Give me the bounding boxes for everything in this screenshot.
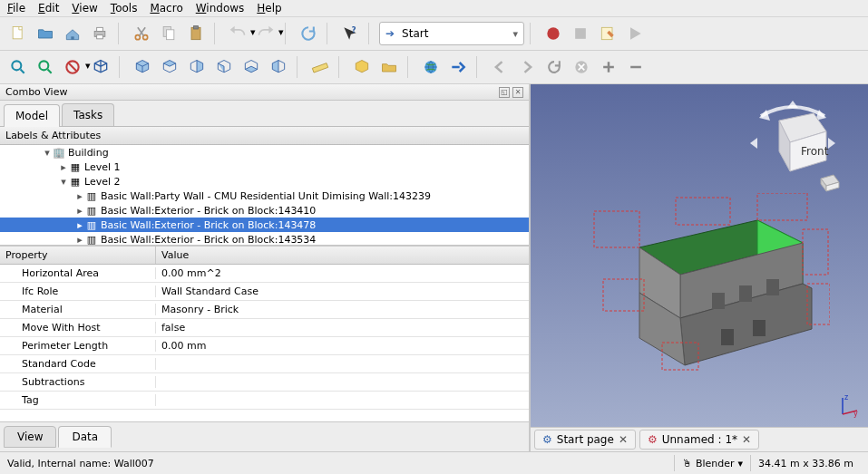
menu-macro[interactable]: Macro (150, 2, 182, 15)
draw-style-icon[interactable] (60, 54, 85, 80)
web-icon[interactable] (418, 54, 444, 80)
panel-float-icon[interactable]: ◱ (499, 87, 510, 98)
property-list[interactable]: Horizontal Area0.00 mm^2 Ifc RoleWall St… (0, 265, 529, 421)
undo-dropdown[interactable]: ▾ (250, 26, 251, 41)
prop-row[interactable]: MaterialMasonry - Brick (0, 301, 529, 319)
gear-icon: ⚙ (542, 433, 552, 446)
close-tab-icon[interactable]: ✕ (619, 433, 628, 446)
close-tab-icon[interactable]: ✕ (742, 433, 751, 446)
run-macro-icon[interactable] (622, 21, 648, 46)
save-icon[interactable] (60, 21, 85, 46)
prop-row[interactable]: Perimeter Length0.00 mm (0, 337, 529, 355)
navcube-face-label: Front (801, 145, 829, 158)
right-view-icon[interactable] (184, 54, 210, 80)
paste-icon[interactable] (183, 21, 209, 46)
svg-text:?: ? (352, 25, 356, 34)
svg-rect-10 (194, 26, 199, 29)
menu-tools[interactable]: Tools (111, 2, 138, 15)
property-header-name: Property (0, 247, 156, 264)
tree-view[interactable]: ▾🏢Building ▸▦Level 1 ▾▦Level 2 ▸▥Basic W… (0, 145, 529, 247)
new-file-icon[interactable] (5, 21, 31, 46)
navigation-cube[interactable]: Front (743, 93, 843, 193)
nav-back-icon[interactable] (487, 54, 512, 80)
zoom-selection-icon[interactable] (33, 54, 58, 80)
tree-level1[interactable]: ▸▦Level 1 (0, 160, 529, 174)
tree-wall-2[interactable]: ▸▥Basic Wall:Exterior - Brick on Block:1… (0, 203, 529, 218)
tree-wall-4[interactable]: ▸▥Basic Wall:Exterior - Brick on Block:1… (0, 232, 529, 247)
prop-row[interactable]: Subtractions (0, 373, 529, 392)
rear-view-icon[interactable] (211, 54, 237, 80)
go-icon[interactable] (445, 54, 471, 80)
combo-view-title: Combo View (5, 86, 67, 98)
prop-row[interactable]: Tag (0, 392, 529, 410)
tree-building[interactable]: ▾🏢Building (0, 145, 529, 160)
menu-edit[interactable]: Edit (38, 2, 59, 15)
toolbar-view: ▾ (0, 51, 868, 84)
3d-viewport[interactable]: Front z y (531, 84, 868, 427)
doc-tab-unnamed[interactable]: ⚙ Unnamed : 1* ✕ (639, 430, 759, 450)
nav-stop-icon[interactable] (569, 54, 594, 80)
edit-macro-icon[interactable] (595, 21, 620, 46)
tree-wall-1[interactable]: ▸▥Basic Wall:Party Wall - CMU Residentia… (0, 189, 529, 203)
zoom-in-icon[interactable] (596, 54, 621, 80)
prop-row[interactable]: Move With Hostfalse (0, 319, 529, 337)
building-icon: 🏢 (53, 146, 65, 159)
record-macro-icon[interactable] (541, 21, 566, 46)
bottom-view-icon[interactable] (239, 54, 264, 80)
print-icon[interactable] (87, 21, 112, 46)
tab-tasks[interactable]: Tasks (62, 103, 114, 126)
redo-dropdown[interactable]: ▾ (278, 26, 279, 41)
nav-reload-icon[interactable] (541, 54, 567, 80)
svg-rect-18 (312, 63, 327, 73)
measure-icon[interactable] (307, 54, 333, 80)
menubar: File Edit View Tools Macro Windows Help (0, 0, 868, 17)
nav-style-selector[interactable]: 🖱 Blender ▾ (674, 455, 750, 471)
tab-model[interactable]: Model (4, 104, 60, 127)
svg-rect-29 (766, 279, 779, 295)
svg-rect-34 (676, 198, 730, 225)
group-icon[interactable] (376, 54, 402, 80)
whatsthis-icon[interactable]: ? (337, 21, 363, 46)
iso-view-icon[interactable] (88, 54, 113, 80)
prop-row[interactable]: Horizontal Area0.00 mm^2 (0, 265, 529, 283)
menu-file[interactable]: File (7, 2, 25, 15)
svg-rect-27 (712, 293, 725, 309)
svg-rect-28 (739, 285, 752, 302)
cut-icon[interactable] (129, 21, 154, 46)
axes-indicator: z y (835, 392, 861, 420)
undo-icon[interactable] (225, 21, 250, 46)
svg-marker-42 (750, 138, 757, 149)
svg-rect-3 (97, 27, 103, 31)
menu-windows[interactable]: Windows (196, 2, 245, 15)
combo-tabs: Model Tasks (0, 101, 529, 127)
workbench-selector[interactable]: ➔ Start ▾ (379, 22, 524, 45)
subtab-data[interactable]: Data (58, 426, 112, 448)
front-view-icon[interactable] (130, 54, 155, 80)
panel-close-icon[interactable]: ✕ (512, 87, 523, 98)
zoom-out-icon[interactable] (623, 54, 649, 80)
stop-macro-icon[interactable] (568, 21, 593, 46)
redo-icon[interactable] (253, 21, 278, 46)
open-file-icon[interactable] (33, 21, 58, 46)
top-view-icon[interactable] (157, 54, 182, 80)
menu-help[interactable]: Help (257, 2, 281, 15)
left-view-icon[interactable] (266, 54, 291, 80)
menu-view[interactable]: View (72, 2, 97, 15)
zoom-fit-icon[interactable] (5, 54, 31, 80)
subtab-view[interactable]: View (4, 426, 56, 448)
part-icon[interactable] (349, 54, 375, 80)
copy-icon[interactable] (156, 21, 181, 46)
doc-tab-start[interactable]: ⚙ Start page ✕ (534, 430, 636, 450)
prop-row[interactable]: Ifc RoleWall Standard Case (0, 283, 529, 301)
freecad-doc-icon: ⚙ (648, 433, 658, 446)
nav-forward-icon[interactable] (514, 54, 540, 80)
tree-level2[interactable]: ▾▦Level 2 (0, 174, 529, 189)
status-message: Valid, Internal name: Wall007 (7, 458, 154, 469)
prop-row[interactable]: Standard Code (0, 355, 529, 373)
svg-point-15 (12, 61, 21, 70)
dimensions-readout: 34.41 m x 33.86 m (750, 455, 861, 471)
refresh-icon[interactable] (296, 21, 321, 46)
tree-wall-3-selected[interactable]: ▸▥Basic Wall:Exterior - Brick on Block:1… (0, 218, 529, 232)
draw-style-dropdown[interactable]: ▾ (85, 60, 86, 74)
svg-rect-0 (13, 27, 22, 39)
